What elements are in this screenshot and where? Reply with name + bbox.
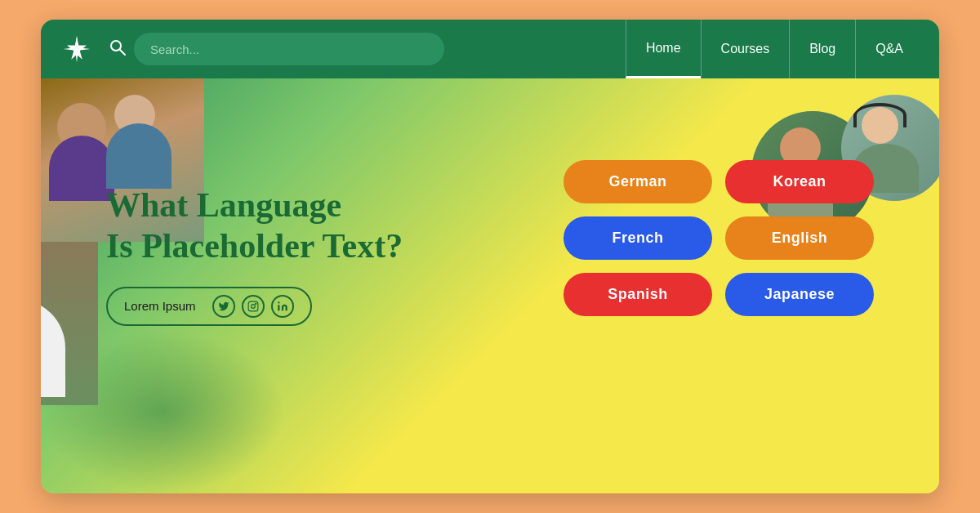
- search-container: [109, 33, 612, 65]
- lang-german-button[interactable]: German: [564, 160, 712, 203]
- lorem-text: Lorem Ipsum: [124, 299, 196, 313]
- svg-point-5: [278, 301, 279, 303]
- svg-point-4: [255, 303, 256, 304]
- svg-point-3: [251, 304, 255, 308]
- star-icon: [62, 34, 91, 64]
- lang-english-button[interactable]: English: [725, 216, 874, 260]
- nav-blog[interactable]: Blog: [789, 20, 855, 78]
- lang-korean-button[interactable]: Korean: [725, 160, 874, 203]
- headline-text: What Language Is Placeholder Text?: [106, 185, 403, 267]
- nav-links: Home Courses Blog Q&A: [626, 20, 923, 78]
- svg-rect-2: [248, 301, 258, 311]
- logo[interactable]: [57, 29, 96, 69]
- lang-spanish-button[interactable]: Spanish: [564, 273, 712, 316]
- nav-home[interactable]: Home: [626, 20, 701, 78]
- language-grid: German Korean French English Spanish Jap…: [564, 160, 874, 316]
- hero-headline: What Language Is Placeholder Text? Lorem…: [106, 185, 403, 326]
- nav-courses[interactable]: Courses: [701, 20, 790, 78]
- svg-point-0: [111, 41, 121, 51]
- lang-japanese-button[interactable]: Japanese: [725, 273, 874, 316]
- browser-window: Home Courses Blog Q&A: [41, 20, 939, 493]
- twitter-icon[interactable]: [212, 295, 235, 318]
- lorem-badge: Lorem Ipsum: [106, 287, 312, 326]
- social-icons: [212, 295, 294, 318]
- navbar: Home Courses Blog Q&A: [41, 20, 939, 78]
- search-input[interactable]: [134, 33, 444, 65]
- circle-teacher: [41, 242, 98, 405]
- main-content: What Language Is Placeholder Text? Lorem…: [41, 78, 939, 493]
- instagram-icon[interactable]: [242, 295, 265, 318]
- linkedin-icon[interactable]: [271, 295, 294, 318]
- search-icon: [109, 39, 126, 60]
- nav-qna[interactable]: Q&A: [855, 20, 923, 78]
- svg-line-1: [120, 50, 125, 55]
- lang-french-button[interactable]: French: [564, 216, 712, 260]
